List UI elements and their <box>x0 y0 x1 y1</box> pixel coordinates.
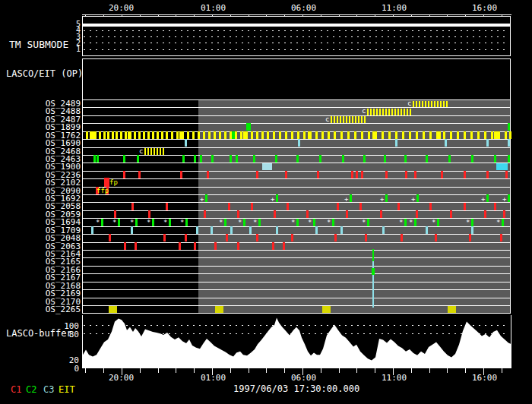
event-mark <box>469 234 471 241</box>
event-mark <box>328 131 330 139</box>
event-mark <box>443 131 445 139</box>
event-mark <box>380 210 382 218</box>
event-mark <box>152 219 154 226</box>
event-mark <box>508 155 510 163</box>
event-mark <box>508 139 510 147</box>
event-mark <box>211 226 213 234</box>
row-label-OS_2265: OS_2265 <box>0 306 81 314</box>
time-axis-label: 11:00 <box>382 373 407 383</box>
event-mark <box>131 203 134 210</box>
event-mark <box>471 219 473 226</box>
event-mark <box>93 155 96 163</box>
time-axis-tick <box>356 368 357 373</box>
time-axis-tick <box>321 368 321 373</box>
event-mark <box>486 194 489 202</box>
buffer-area-chart <box>83 317 511 368</box>
row-separator <box>82 282 511 282</box>
event-mark <box>484 131 486 139</box>
event-mark <box>163 234 166 241</box>
row-separator <box>82 171 511 172</box>
event-mark <box>192 131 195 139</box>
event-mark <box>365 234 367 241</box>
time-axis-tick <box>266 368 267 373</box>
event-mark <box>224 219 226 226</box>
event-mark <box>354 131 356 139</box>
time-axis-tick <box>447 368 448 373</box>
event-mark <box>334 131 336 139</box>
event-mark <box>138 131 141 139</box>
event-mark <box>291 234 293 241</box>
event-mark <box>385 171 388 178</box>
event-mark <box>86 131 88 139</box>
event-mark <box>123 155 125 163</box>
event-mark <box>285 171 287 178</box>
event-mark <box>502 219 504 226</box>
event-mark <box>494 131 498 139</box>
event-mark <box>251 131 253 139</box>
time-axis-tick <box>284 368 285 373</box>
event-mark <box>382 131 384 139</box>
event-mark <box>285 131 287 139</box>
event-mark <box>169 219 171 226</box>
overlay-vertical-line <box>372 275 374 308</box>
time-axis-label: 01:00 <box>201 373 226 383</box>
event-mark <box>505 131 507 139</box>
time-axis-tick <box>411 368 412 373</box>
event-mark <box>179 131 183 139</box>
event-mark <box>486 171 489 178</box>
row-separator <box>82 178 511 179</box>
event-mark <box>291 131 293 139</box>
event-mark <box>112 131 114 139</box>
event-mark <box>448 155 451 163</box>
event-mark <box>498 131 500 139</box>
event-mark <box>211 155 214 163</box>
time-axis-tick <box>502 368 502 373</box>
event-mark <box>198 131 200 139</box>
event-mark <box>196 226 198 234</box>
event-mark <box>279 131 281 139</box>
event-mark <box>503 210 505 218</box>
event-mark <box>249 226 252 234</box>
hatch-label: c <box>362 108 366 115</box>
event-mark <box>505 171 508 178</box>
event-mark <box>340 131 343 139</box>
tm-submode-level-line <box>84 49 509 50</box>
time-axis-label: 20:00 <box>109 3 134 13</box>
time-axis-tick <box>429 368 430 373</box>
event-mark <box>350 194 352 202</box>
event-mark <box>397 203 400 210</box>
row-separator <box>82 250 511 251</box>
event-mark <box>91 131 95 139</box>
row-separator <box>82 298 511 298</box>
time-axis-label: 01:00 <box>201 3 226 13</box>
event-mark <box>385 194 388 202</box>
event-mark <box>138 171 141 178</box>
event-mark <box>372 131 376 139</box>
time-axis-tick <box>465 368 466 373</box>
event-mark <box>236 155 238 163</box>
event-mark <box>256 234 258 241</box>
buffer-ytick-label: 80 <box>58 330 79 339</box>
event-block <box>496 163 508 170</box>
event-mark <box>395 131 397 139</box>
event-mark <box>464 171 466 178</box>
event-mark <box>315 226 318 234</box>
event-mark <box>261 131 264 139</box>
event-mark <box>219 131 221 139</box>
row-separator <box>82 242 511 243</box>
event-mark <box>441 171 443 178</box>
event-mark <box>297 131 299 139</box>
event-mark <box>120 131 122 139</box>
event-mark <box>200 155 202 163</box>
event-mark <box>423 131 425 139</box>
event-mark <box>125 131 127 139</box>
event-mark <box>346 210 348 218</box>
time-axis-tick <box>85 368 86 373</box>
event-mark <box>228 203 230 210</box>
event-mark <box>414 219 416 226</box>
overlay-vertical-line <box>372 268 375 275</box>
event-mark <box>97 155 99 163</box>
event-mark <box>388 131 391 139</box>
event-mark <box>382 226 385 234</box>
time-axis-tick <box>375 368 375 373</box>
